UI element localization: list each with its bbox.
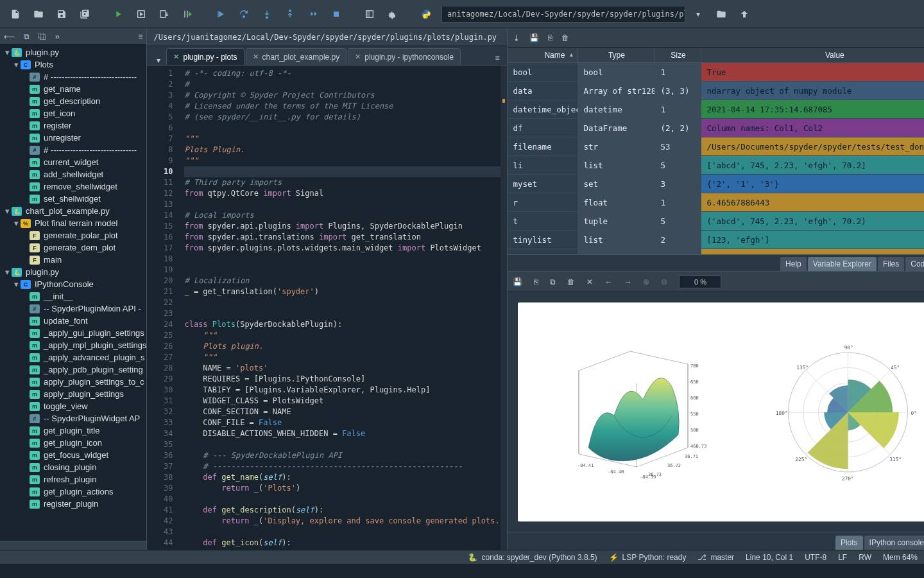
outline-item[interactable]: ## ------------------------------- [0,144,146,156]
pane-tab[interactable]: Plots [835,536,863,550]
outline-item[interactable]: m__init__ [0,290,146,302]
zoom-out-icon[interactable]: ⊖ [661,277,667,286]
editor-tab[interactable]: ✕plugin.py - plots [166,48,244,65]
outline-item[interactable]: mregister [0,119,146,132]
outline-item[interactable]: mtoggle_view [0,400,146,412]
python-icon[interactable] [416,5,436,23]
scroll-flag-area[interactable] [501,66,507,550]
table-row[interactable]: mysetset3{'2', '1', '3'} [508,175,924,193]
table-row[interactable]: tinylistlist2[123, 'efgh'] [508,231,924,249]
outline-item[interactable]: madd_shellwidget [0,168,146,180]
pane-tab[interactable]: Code Analysis [905,257,924,271]
tab-browser-icon[interactable]: ▾ [151,56,166,65]
outline-item[interactable]: mapply_plugin_settings_to_c [0,376,146,388]
outline-item[interactable]: Fgenerate_dem_plot [0,241,146,254]
pane-tab[interactable]: Variable Explorer [808,257,877,271]
outline-item[interactable]: m_apply_pdb_plugin_setting [0,363,146,376]
status-eol[interactable]: LF [838,553,847,562]
outline-item[interactable]: mget_plugin_icon [0,437,146,449]
outline-item[interactable]: mget_icon [0,107,146,119]
zoom-in-icon[interactable]: ⊕ [643,277,649,286]
outline-item[interactable]: mget_description [0,95,146,107]
import-data-icon[interactable]: ⭳ [513,33,520,42]
remove-all-plots-icon[interactable]: ✕ [586,277,593,286]
status-vcs[interactable]: ⎇ master [697,553,734,562]
table-row[interactable]: dfDataFrame(2, 2)Column names: Col1, Col… [508,119,924,137]
editor-tab[interactable]: ✕chart_plot_example.py [246,48,347,65]
close-icon[interactable]: ✕ [253,53,259,61]
save-icon[interactable] [51,5,72,23]
working-directory-field[interactable]: anitagomez/Local/Dev-Spyder/spyder/spyde… [441,6,685,22]
copy-all-icon[interactable]: ⿻ [38,32,46,41]
outline-item[interactable]: mset_shellwidget [0,193,146,205]
outline-item[interactable]: mget_plugin_actions [0,486,146,498]
maximize-pane-icon[interactable] [359,5,380,23]
outline-item[interactable]: Fmain [0,254,146,266]
editor-tabs-menu-icon[interactable]: ≡ [491,51,503,65]
code-area[interactable]: # -*- coding: utf-8 -*-## Copyright © Sp… [178,66,507,550]
editor-tab[interactable]: ✕plugin.py - ipythonconsole [348,48,461,65]
outline-item[interactable]: mclosing_plugin [0,461,146,473]
run-selection-icon[interactable] [177,5,198,23]
outline-item[interactable]: #-- SpyderPluginMixin API - [0,302,146,315]
outline-item[interactable]: ▾%Plot final terrain model [0,217,146,229]
stop-icon[interactable] [326,5,346,23]
back-icon[interactable]: ⟵ [4,32,15,41]
table-row[interactable]: datetime_objectdatetime12021-04-14 17:35… [508,100,924,119]
outline-item[interactable]: mremove_shellwidget [0,180,146,193]
prev-plot-icon[interactable]: ← [604,277,612,286]
pane-tab[interactable]: IPython console [864,536,924,550]
status-position[interactable]: Line 10, Col 1 [746,553,793,562]
outline-hscroll[interactable] [0,541,146,550]
preferences-icon[interactable] [382,5,403,23]
continue-icon[interactable] [303,5,323,23]
status-encoding[interactable]: UTF-8 [805,553,826,562]
outline-item[interactable]: mregister_plugin [0,498,146,510]
outline-item[interactable]: m_apply_advanced_plugin_s [0,351,146,363]
outline-item[interactable]: ▾🐍plugin.py [0,46,146,58]
save-all-plots-icon[interactable]: ⎘ [534,277,538,286]
table-row[interactable]: filenamestr53/Users/Documents/spyder/spy… [508,137,924,156]
copy-plot-icon[interactable]: ⧉ [550,277,556,286]
outline-item[interactable]: mcurrent_widget [0,156,146,168]
outline-item[interactable]: mrefresh_plugin [0,473,146,486]
new-file-icon[interactable] [5,5,26,23]
status-conda[interactable]: 🐍 conda: spyder_dev (Python 3.8.5) [468,553,597,562]
save-data-icon[interactable]: 💾 [529,33,539,42]
step-into-icon[interactable] [257,5,277,23]
table-row[interactable]: ttuple5('abcd', 745, 2.23, 'efgh', 70.2) [508,212,924,231]
code-editor[interactable]: 1234567891011121314151617181920212223242… [147,66,507,550]
run-cell-icon[interactable] [131,5,151,23]
outline-item[interactable]: #-- SpyderPluginWidget AP [0,412,146,425]
open-file-icon[interactable] [28,5,49,23]
step-over-icon[interactable] [234,5,254,23]
remove-all-icon[interactable]: 🗑 [561,33,569,42]
browse-dir-icon[interactable] [711,5,732,23]
header-name[interactable]: Name [508,48,578,62]
outline-item[interactable]: mget_focus_widget [0,449,146,461]
plots-canvas[interactable]: -84.41-84.40-84.39 36.7336.7236.71 460.7… [508,292,924,532]
chevrons-icon[interactable]: » [55,32,60,41]
varexp-table[interactable]: boolbool1TruedataArray of str128(3, 3)nd… [508,63,924,254]
status-mem[interactable]: Mem 64% [883,553,918,562]
save-all-icon[interactable] [74,5,95,23]
run-icon[interactable] [108,5,128,23]
outline-item[interactable]: mget_name [0,83,146,95]
table-row[interactable]: boolbool1True [508,63,924,82]
next-plot-icon[interactable]: → [624,277,631,286]
pane-tab[interactable]: Help [780,257,807,271]
header-type[interactable]: Type [578,48,655,62]
header-value[interactable]: Value [701,48,924,62]
copy-icon[interactable]: ⧉ [24,32,30,41]
outline-item[interactable]: ▾🐍plugin.py [0,266,146,278]
run-cell-advance-icon[interactable] [154,5,175,23]
pane-tab[interactable]: Files [878,257,904,271]
status-perm[interactable]: RW [859,553,871,562]
close-icon[interactable]: ✕ [173,53,179,61]
save-plot-icon[interactable]: 💾 [513,277,522,286]
outline-menu-icon[interactable]: ≡ [138,32,142,41]
wd-dropdown-icon[interactable]: ▾ [688,5,708,23]
status-lsp[interactable]: ⚡ LSP Python: ready [609,553,687,562]
outline-item[interactable]: mget_plugin_title [0,425,146,437]
outline-item[interactable]: mapply_plugin_settings [0,388,146,400]
